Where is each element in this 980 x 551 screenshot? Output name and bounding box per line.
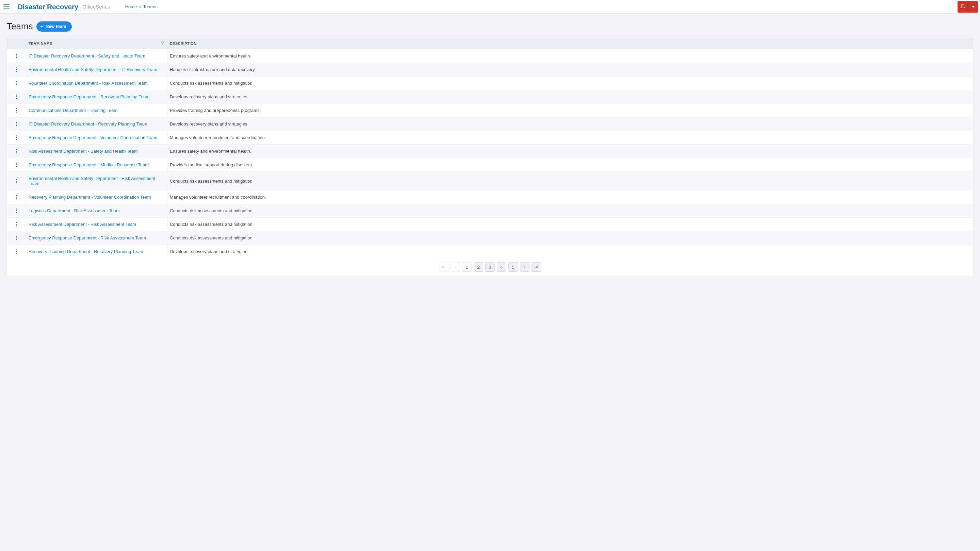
page-number-button[interactable]: 1 xyxy=(462,262,472,272)
teams-grid: Team Name Description IT Disaster Recove… xyxy=(7,38,973,277)
table-row: Risk Assessment Department - Risk Assess… xyxy=(7,218,973,231)
row-actions-cell xyxy=(7,76,26,90)
row-actions-cell xyxy=(7,158,26,171)
column-header-name[interactable]: Team Name xyxy=(26,38,167,49)
row-actions-cell xyxy=(7,49,26,63)
menu-toggle-button[interactable] xyxy=(0,0,13,14)
team-name-link[interactable]: Emergency Response Department - Voluntee… xyxy=(29,135,157,140)
page-last-button[interactable]: ⇥ xyxy=(531,262,541,272)
row-menu-button[interactable] xyxy=(10,108,24,113)
table-row: Emergency Response Department - Medical … xyxy=(7,158,973,171)
team-name-link[interactable]: Environmental Health and Safety Departme… xyxy=(29,176,165,186)
row-menu-button[interactable] xyxy=(10,67,24,72)
team-name-link[interactable]: Logistics Department - Risk Assessment T… xyxy=(29,208,120,213)
row-menu-button[interactable] xyxy=(10,208,24,213)
team-description-text: Conducts risk assessments and mitigation… xyxy=(170,208,253,213)
page-next-button[interactable]: › xyxy=(520,262,530,272)
team-name-link[interactable]: Emergency Response Department - Medical … xyxy=(29,162,149,167)
kebab-icon xyxy=(16,54,17,58)
row-menu-button[interactable] xyxy=(10,95,24,99)
team-name-link[interactable]: Communications Department - Training Tea… xyxy=(29,108,118,113)
plus-icon: + xyxy=(40,24,43,29)
table-row: Recovery Planning Department - Volunteer… xyxy=(7,190,973,204)
team-description-cell: Manages volunteer recruitment and coordi… xyxy=(167,191,973,204)
kebab-icon xyxy=(16,236,17,240)
table-row: Emergency Response Department - Recovery… xyxy=(7,90,973,103)
row-actions-cell xyxy=(7,104,26,117)
notifications-button[interactable] xyxy=(958,1,968,13)
team-name-link[interactable]: Recovery Planning Department - Volunteer… xyxy=(29,195,151,200)
team-description-cell: Provides training and preparedness progr… xyxy=(167,104,973,117)
team-description-text: Provides medical support during disaster… xyxy=(170,162,253,167)
page-number-button[interactable]: 3 xyxy=(485,262,495,272)
table-row: Risk Assessment Department - Safety and … xyxy=(7,144,973,158)
chevron-left-icon: ‹ xyxy=(455,264,456,270)
new-team-button[interactable]: + New team xyxy=(37,21,72,32)
page-number-button[interactable]: 4 xyxy=(497,262,506,272)
row-menu-button[interactable] xyxy=(10,135,24,140)
team-description-cell: Conducts risk assessments and mitigation… xyxy=(167,231,973,245)
team-name-link[interactable]: Risk Assessment Department - Risk Assess… xyxy=(29,222,136,227)
team-name-link[interactable]: Emergency Response Department - Recovery… xyxy=(29,94,150,99)
row-menu-button[interactable] xyxy=(10,81,24,86)
kebab-icon xyxy=(16,122,17,126)
team-description-text: Handles IT infrastructure and data recov… xyxy=(170,67,256,72)
team-description-cell: Develops recovery plans and strategies. xyxy=(167,245,973,258)
page-number-button[interactable]: 5 xyxy=(508,262,518,272)
kebab-icon xyxy=(16,81,17,86)
team-name-cell: Environmental Health and Safety Departme… xyxy=(26,63,167,76)
column-header-description[interactable]: Description xyxy=(167,38,973,49)
row-menu-button[interactable] xyxy=(10,163,24,167)
app-title: Disaster Recovery xyxy=(18,3,78,11)
row-menu-button[interactable] xyxy=(10,222,24,227)
breadcrumb-home-link[interactable]: Home xyxy=(125,4,137,9)
row-menu-button[interactable] xyxy=(10,249,24,254)
team-name-link[interactable]: Recovery Planning Department - Recovery … xyxy=(29,249,143,254)
team-name-link[interactable]: Risk Assessment Department - Safety and … xyxy=(29,149,138,154)
grid-body: IT Disaster Recovery Department - Safety… xyxy=(7,49,973,258)
topbar-right xyxy=(957,0,980,13)
table-row: Recovery Planning Department - Recovery … xyxy=(7,245,973,258)
row-actions-cell xyxy=(7,63,26,76)
row-menu-button[interactable] xyxy=(10,179,24,183)
team-description-text: Develops recovery plans and strategies. xyxy=(170,249,248,254)
team-name-link[interactable]: IT Disaster Recovery Department - Recove… xyxy=(29,121,147,127)
page-number-button[interactable]: 2 xyxy=(474,262,483,272)
user-menu-button[interactable] xyxy=(968,1,978,13)
team-name-cell: Recovery Planning Department - Volunteer… xyxy=(26,191,167,204)
page-title: Teams xyxy=(7,21,33,32)
last-page-icon: ⇥ xyxy=(534,264,538,270)
kebab-icon xyxy=(16,163,17,167)
row-menu-button[interactable] xyxy=(10,122,24,126)
team-name-cell: Risk Assessment Department - Risk Assess… xyxy=(26,218,167,231)
team-description-cell: Handles IT infrastructure and data recov… xyxy=(167,63,973,76)
team-name-link[interactable]: Emergency Response Department - Risk Ass… xyxy=(29,235,146,240)
team-name-cell: Emergency Response Department - Risk Ass… xyxy=(26,231,167,245)
team-name-link[interactable]: Volunteer Coordination Department - Risk… xyxy=(29,81,147,86)
pagination: ⇤ ‹ 12345 › ⇥ xyxy=(7,258,973,276)
page-header: Teams + New team xyxy=(7,21,973,32)
team-description-cell: Conducts risk assessments and mitigation… xyxy=(167,204,973,218)
row-menu-button[interactable] xyxy=(10,54,24,58)
filter-icon[interactable] xyxy=(161,41,165,46)
breadcrumb-current-link[interactable]: Teams xyxy=(143,4,156,9)
table-row: Communications Department - Training Tea… xyxy=(7,103,973,117)
team-description-cell: Provides medical support during disaster… xyxy=(167,158,973,171)
kebab-icon xyxy=(16,179,17,183)
table-row: Environmental Health and Safety Departme… xyxy=(7,63,973,76)
grid-header: Team Name Description xyxy=(7,38,973,49)
row-menu-button[interactable] xyxy=(10,195,24,199)
row-menu-button[interactable] xyxy=(10,149,24,153)
team-description-text: Manages volunteer recruitment and coordi… xyxy=(170,195,266,200)
team-name-link[interactable]: IT Disaster Recovery Department - Safety… xyxy=(29,53,145,59)
kebab-icon xyxy=(16,208,17,213)
team-name-cell: Risk Assessment Department - Safety and … xyxy=(26,144,167,158)
team-description-text: Conducts risk assessments and mitigation… xyxy=(170,222,253,227)
team-description-text: Develops recovery plans and strategies. xyxy=(170,121,248,127)
row-actions-cell xyxy=(7,144,26,158)
team-description-cell: Conducts risk assessments and mitigation… xyxy=(167,172,973,190)
kebab-icon xyxy=(16,108,17,113)
breadcrumb-separator-icon: » xyxy=(139,5,141,9)
row-menu-button[interactable] xyxy=(10,236,24,240)
team-name-link[interactable]: Environmental Health and Safety Departme… xyxy=(29,67,157,72)
